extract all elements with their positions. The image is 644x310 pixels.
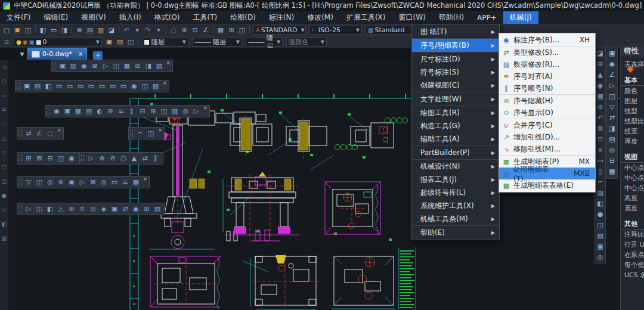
toolbar-icon[interactable]: ⊟: [607, 156, 618, 166]
toolbar-grip[interactable]: [18, 130, 21, 137]
toolbar-icon[interactable]: ▭: [86, 81, 97, 91]
toolbar-icon[interactable]: ⇄: [140, 153, 150, 163]
mechanical-menu-item[interactable]: 构造工具(G) ▶: [412, 119, 499, 132]
toolbar-icon[interactable]: ◎: [595, 252, 606, 262]
toolbar-icon[interactable]: ◨: [607, 123, 618, 134]
toolbar-grip[interactable]: [47, 108, 49, 115]
toolbar-icon[interactable]: ▣: [595, 241, 606, 252]
toolbar-icon[interactable]: ∠: [607, 70, 618, 80]
toolbar-icon[interactable]: ▣: [21, 81, 32, 91]
toolbar-icon[interactable]: ▭: [75, 81, 86, 91]
toolbar-icon[interactable]: ◧: [45, 204, 55, 214]
toolbar-icon[interactable]: ⊕: [97, 153, 107, 163]
dock-tool-icon[interactable]: ▭: [1, 91, 8, 101]
toolbar-icon[interactable]: ⊕: [105, 106, 116, 116]
property-row[interactable]: 图层: [621, 96, 644, 106]
layer-tool-icon[interactable]: ▣: [104, 37, 114, 47]
toolbar-icon[interactable]: ▤: [595, 231, 606, 241]
toolbar-icon[interactable]: ▷: [86, 153, 97, 163]
layer-state-icon[interactable]: ■: [36, 39, 41, 45]
toolbar-icon[interactable]: ⊘: [107, 153, 118, 163]
toolbar-icon[interactable]: ▦: [131, 177, 141, 187]
toolbar-icon[interactable]: ⊕: [55, 177, 66, 187]
toolbar-grip[interactable]: [18, 179, 21, 186]
layer-state-icon[interactable]: ●: [16, 39, 21, 45]
toolbar-icon[interactable]: ≋: [77, 204, 88, 214]
toolbar-icon[interactable]: ⊞: [148, 106, 159, 116]
dock-tool-icon[interactable]: ◫: [1, 176, 8, 187]
layers-icon[interactable]: ≡: [1, 37, 12, 47]
mechanical-menu-item[interactable]: 图 纸(T) ▶: [412, 25, 499, 39]
toolbar-icon[interactable]: ⊟: [137, 106, 148, 116]
toolbar-icon[interactable]: ▲: [129, 153, 140, 163]
toolbar-icon[interactable]: ▣: [62, 106, 73, 116]
dock-tool-icon[interactable]: □: [1, 162, 8, 172]
toolbar-icon[interactable]: ⌐: [135, 128, 145, 138]
toolbar-icon[interactable]: [119, 25, 119, 33]
toolbar-icon[interactable]: ◫: [55, 153, 66, 163]
property-row[interactable]: 在原点显示: [621, 250, 644, 260]
submenu-item[interactable]: ▨ 数据修改(R)...: [499, 58, 595, 70]
dock-tool-icon[interactable]: ●: [1, 191, 8, 201]
floating-toolbar-edit[interactable]: ▷ ⊕ ⊘ ○ ▲ ⇄ ∥: [79, 152, 163, 165]
dock-tool-icon[interactable]: ▷: [1, 205, 8, 215]
property-row[interactable]: 每个视口: [621, 260, 644, 270]
toolbar-icon[interactable]: ◉: [595, 80, 606, 91]
toolbar-icon[interactable]: ▣: [57, 61, 68, 71]
property-row[interactable]: 线型: [621, 106, 644, 116]
property-row[interactable]: 中心点 Z: [621, 183, 644, 193]
toolbar-icon[interactable]: ▭: [118, 81, 129, 91]
toolbar-icon[interactable]: ⊡: [595, 134, 606, 144]
property-row[interactable]: 线型比例: [621, 116, 644, 126]
menu-bar-item[interactable]: 标注(N): [262, 11, 301, 24]
floating-toolbar-small[interactable]: ⌐ ◫ ×: [128, 127, 165, 140]
toolbar-icon[interactable]: ⊞: [132, 61, 143, 71]
toolbar-icon[interactable]: ≡: [116, 106, 126, 116]
toolbar-grip[interactable]: [81, 155, 84, 162]
toolbar-icon[interactable]: ▦: [607, 166, 618, 176]
toolbar-icon[interactable]: ▾: [153, 25, 164, 35]
toolbar-icon[interactable]: ▷: [191, 106, 202, 116]
style-combo[interactable]: A STANDARD ▼: [253, 26, 306, 35]
toolbar-icon[interactable]: ⊞: [23, 153, 34, 163]
toolbar-icon[interactable]: ⊠: [89, 61, 100, 71]
submenu-item[interactable]: ⇄ 类型修改(S)...: [499, 46, 595, 58]
dock-tool-icon[interactable]: △: [1, 134, 8, 144]
toolbar-icon[interactable]: ▦: [595, 91, 606, 101]
toolbar-icon[interactable]: ◫: [111, 61, 122, 71]
toolbar-icon[interactable]: △: [55, 204, 66, 214]
toolbar-icon[interactable]: ⌐: [595, 177, 606, 187]
toolbar-icon[interactable]: ◫: [159, 106, 169, 116]
toolbar-icon[interactable]: ◨: [59, 25, 70, 35]
toolbar-icon[interactable]: ▧: [150, 81, 161, 91]
close-icon[interactable]: ×: [203, 106, 208, 111]
toolbar-icon[interactable]: ⇄: [607, 113, 618, 123]
mechanical-menu-item[interactable]: 系统维护工具(X) ▶: [412, 199, 499, 212]
layer-combo[interactable]: ● ◉ ▣ ■ 0 ▼: [14, 38, 102, 46]
mechanical-menu-item[interactable]: 报表工具(J) ▶: [412, 173, 499, 186]
menu-bar-item[interactable]: 格式(O): [148, 11, 187, 24]
chevron-down-icon[interactable]: ▼: [179, 39, 186, 45]
dock-tool-icon[interactable]: ▤: [1, 234, 8, 244]
toolbar-icon[interactable]: ⊡: [190, 25, 200, 35]
menu-bar-item[interactable]: 帮助(H): [432, 11, 470, 24]
menu-bar-item[interactable]: 插入(I): [113, 11, 148, 24]
property-row[interactable]: 基本: [621, 75, 644, 86]
toolbar-icon[interactable]: ▦: [73, 106, 83, 116]
toolbar-icon[interactable]: ∠: [200, 25, 211, 35]
submenu-item[interactable]: ∪ 合并序号(C): [499, 119, 595, 131]
mechanical-menu-item[interactable]: 尺寸标注(D) ▶: [412, 52, 499, 66]
toolbar-icon[interactable]: ▢: [1, 25, 12, 35]
mechanical-menu-item[interactable]: 辅助工具(A) ▶: [412, 132, 499, 146]
toolbar-icon[interactable]: ▽: [23, 177, 34, 187]
toolbar-icon[interactable]: ◉: [66, 153, 77, 163]
menu-bar-item[interactable]: 机械(J): [503, 11, 538, 24]
chevron-down-icon[interactable]: ▼: [273, 39, 280, 45]
toolbar-grip[interactable]: [18, 206, 21, 213]
toolbar-icon[interactable]: ▧: [154, 61, 165, 71]
toolbar-icon[interactable]: ↶: [121, 25, 132, 35]
menu-bar-item[interactable]: 工具(T): [187, 11, 224, 24]
toolbar-icon[interactable]: ×: [595, 145, 606, 155]
layer-tool-icon[interactable]: ▤: [114, 37, 125, 47]
layer-state-icon[interactable]: ▣: [29, 39, 34, 45]
